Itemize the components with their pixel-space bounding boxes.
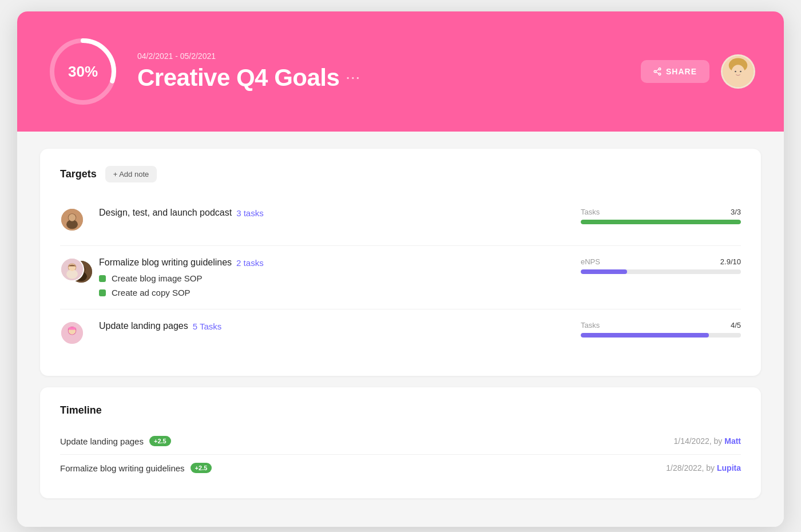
target-info: Update landing pages 5 Tasks	[99, 321, 581, 337]
svg-point-4	[654, 70, 656, 73]
target-avatars	[60, 257, 90, 284]
svg-point-3	[659, 73, 661, 76]
target-left: Update landing pages 5 Tasks	[60, 321, 581, 347]
metric-header: Tasks 4/5	[581, 321, 741, 329]
progress-bar	[581, 269, 741, 274]
target-title-row: Update landing pages 5 Tasks	[99, 321, 581, 331]
timeline-title: Timeline	[60, 404, 741, 416]
metric-value: 2.9/10	[720, 257, 741, 266]
progress-bar	[581, 220, 741, 224]
subtask-dot	[99, 275, 106, 282]
targets-card: Targets + Add note	[40, 149, 761, 376]
svg-line-6	[656, 72, 659, 74]
metric-label: Tasks	[581, 208, 600, 216]
timeline-item-name: Formalize blog writing guidelines	[60, 463, 185, 473]
metric-label: eNPS	[581, 257, 600, 266]
progress-circle: 30%	[46, 34, 120, 109]
timeline-card: Timeline Update landing pages +2.5 1/14/…	[40, 387, 761, 498]
metric-header: eNPS 2.9/10	[581, 257, 741, 266]
target-info: Formalize blog writing guidelines 2 task…	[99, 257, 581, 297]
target-metric: eNPS 2.9/10	[581, 257, 741, 274]
page-title: Creative Q4 Goals ···	[137, 64, 361, 92]
more-options-icon: ···	[346, 72, 361, 85]
svg-point-9	[731, 65, 744, 80]
target-info: Design, test, and launch podcast 3 tasks	[99, 208, 581, 224]
svg-point-16	[69, 214, 76, 221]
svg-line-5	[656, 69, 659, 71]
target-metric: Tasks 4/5	[581, 321, 741, 338]
main-content: Targets + Add note	[17, 132, 784, 527]
add-note-button[interactable]: + Add note	[105, 166, 157, 182]
share-button[interactable]: SHARE	[641, 60, 709, 83]
subtask-dot	[99, 289, 106, 296]
metric-label: Tasks	[581, 321, 600, 329]
app-container: 30% 04/2/2021 - 05/2/2021 Creative Q4 Go…	[17, 11, 784, 527]
header-left: 30% 04/2/2021 - 05/2/2021 Creative Q4 Go…	[46, 34, 361, 109]
svg-rect-29	[69, 327, 76, 330]
metric-value: 3/3	[731, 208, 741, 216]
svg-point-12	[741, 74, 746, 78]
svg-point-10	[735, 71, 736, 73]
target-name: Formalize blog writing guidelines	[99, 257, 232, 268]
target-name: Design, test, and launch podcast	[99, 208, 232, 218]
target-avatars	[60, 208, 90, 234]
metric-value: 4/5	[731, 321, 741, 329]
timeline-by-name: Lupita	[717, 463, 741, 473]
target-left: Formalize blog writing guidelines 2 task…	[60, 257, 581, 297]
target-name: Update landing pages	[99, 321, 188, 331]
progress-fill	[581, 220, 741, 224]
avatar	[721, 54, 755, 89]
svg-point-2	[659, 68, 661, 70]
timeline-item-left: Update landing pages +2.5	[60, 436, 171, 446]
progress-fill	[581, 269, 627, 274]
svg-point-11	[740, 71, 741, 73]
targets-title: Targets	[60, 168, 97, 180]
header: 30% 04/2/2021 - 05/2/2021 Creative Q4 Go…	[17, 11, 784, 132]
header-date: 04/2/2021 - 05/2/2021	[137, 51, 361, 61]
metric-header: Tasks 3/3	[581, 208, 741, 216]
target-item: Update landing pages 5 Tasks Tasks 4/5	[60, 309, 741, 359]
tasks-link[interactable]: 3 tasks	[236, 208, 264, 218]
list-item: Create blog image SOP	[99, 273, 581, 283]
target-item: Design, test, and launch podcast 3 tasks…	[60, 196, 741, 246]
target-item: Formalize blog writing guidelines 2 task…	[60, 246, 741, 309]
list-item: Formalize blog writing guidelines +2.5 1…	[60, 455, 741, 481]
target-metric: Tasks 3/3	[581, 208, 741, 224]
timeline-item-date: 1/14/2022, by Matt	[673, 436, 741, 446]
tasks-link[interactable]: 5 Tasks	[193, 321, 222, 331]
progress-bar	[581, 333, 741, 338]
subtask-label: Create ad copy SOP	[112, 288, 191, 297]
header-right: SHARE	[641, 54, 755, 89]
progress-label: 30%	[68, 63, 98, 81]
target-title-row: Design, test, and launch podcast 3 tasks	[99, 208, 581, 218]
subtask-list: Create blog image SOP Create ad copy SOP	[99, 273, 581, 297]
target-left: Design, test, and launch podcast 3 tasks	[60, 208, 581, 234]
target-title-row: Formalize blog writing guidelines 2 task…	[99, 257, 581, 268]
timeline-by-name: Matt	[724, 436, 741, 446]
tasks-link[interactable]: 2 tasks	[236, 258, 264, 268]
timeline-badge: +2.5	[191, 463, 212, 473]
share-icon	[653, 68, 661, 76]
progress-fill	[581, 333, 709, 338]
target-avatars	[60, 321, 90, 347]
list-item: Create ad copy SOP	[99, 288, 581, 297]
timeline-item-name: Update landing pages	[60, 436, 144, 446]
header-info: 04/2/2021 - 05/2/2021 Creative Q4 Goals …	[137, 51, 361, 92]
targets-header: Targets + Add note	[60, 166, 741, 182]
timeline-item-left: Formalize blog writing guidelines +2.5	[60, 463, 212, 473]
timeline-item-date: 1/28/2022, by Lupita	[666, 463, 741, 473]
timeline-badge: +2.5	[149, 436, 171, 446]
subtask-label: Create blog image SOP	[112, 273, 202, 283]
list-item: Update landing pages +2.5 1/14/2022, by …	[60, 428, 741, 455]
